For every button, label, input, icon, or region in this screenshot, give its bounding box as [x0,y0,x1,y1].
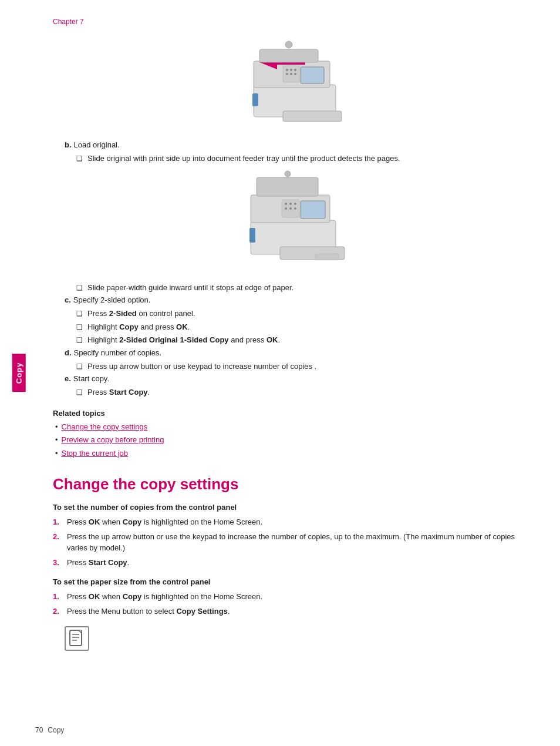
printer-svg-2 [224,170,353,270]
related-topic-1[interactable]: Change the copy settings [55,421,525,433]
svg-point-10 [294,73,296,75]
procedure-1-step-3: 3. Press Start Copy. [53,557,525,569]
step-c-title: Specify 2-sided option. [73,295,151,304]
svg-point-23 [294,203,296,205]
related-topic-link-2[interactable]: Preview a copy before printing [62,434,164,446]
step-b2-bullet-1: Slide paper-width guide inward until it … [76,282,525,294]
svg-point-9 [290,73,292,75]
step-num-p2-2: 2. [53,606,65,617]
svg-point-21 [285,203,287,205]
step-c-label: c. [65,295,71,304]
section-heading: Change the copy settings [53,475,525,493]
procedure-1: To set the number of copies from the con… [53,503,525,568]
svg-point-6 [290,69,292,71]
step-d-bullet-text: Press up arrow button or use keypad to i… [87,361,316,372]
step-d-label: d. [65,348,72,357]
procedure-1-steps: 1. Press OK when Copy is highlighted on … [53,516,525,568]
printer-illustration-2 [53,170,525,270]
step-b: b. Load original. [65,140,525,149]
step-b2-bullet-text: Slide paper-width guide inward until it … [87,282,294,294]
step-c-bullet-text-3: Highlight 2-Sided Original 1-Sided Copy … [87,334,280,346]
step-e-bullets: Press Start Copy. [76,387,525,398]
related-topic-link-1[interactable]: Change the copy settings [62,421,148,433]
step-c-bullet-2: Highlight Copy and press OK. [76,321,525,333]
footer-section: Copy [48,726,64,734]
procedure-2-step-1: 1. Press OK when Copy is highlighted on … [53,591,525,603]
step-num-1: 1. [53,516,65,528]
svg-point-25 [289,207,292,210]
procedure-2-steps: 1. Press OK when Copy is highlighted on … [53,591,525,617]
step-b2-container: Slide paper-width guide inward until it … [65,282,525,398]
procedure-1-step-3-text: Press Start Copy. [67,557,129,569]
step-b-bullets: Slide original with print side up into d… [76,153,525,164]
related-topics-title: Related topics [53,409,525,418]
printer-illustration-1 [53,38,525,129]
step-c-bullets: Press 2-Sided on control panel. Highligh… [76,308,525,346]
svg-rect-1 [283,111,342,122]
note-svg [68,630,86,647]
step-e-bullet-text: Press Start Copy. [87,387,150,398]
page-footer: 70 Copy [35,726,64,734]
svg-point-8 [286,73,288,75]
step-num-p2-1: 1. [53,591,65,603]
procedure-1-step-2: 2. Press the up arrow button or use the … [53,531,525,554]
related-topics-list: Change the copy settings Preview a copy … [55,421,525,459]
svg-rect-14 [259,49,318,62]
procedure-1-title: To set the number of copies from the con… [53,503,525,512]
step-e: e. Start copy. [65,374,525,383]
svg-rect-11 [252,93,258,106]
svg-point-15 [285,41,292,48]
step-c: c. Specify 2-sided option. [65,295,525,304]
side-tab: Copy [12,354,26,392]
note-icon [65,626,89,651]
svg-point-26 [294,207,296,210]
svg-point-22 [289,203,292,205]
step-c-bullet-text-2: Highlight Copy and press OK. [87,321,190,333]
related-topic-3[interactable]: Stop the current job [55,448,525,459]
step-d-bullet-1: Press up arrow button or use keypad to i… [76,361,525,372]
chapter-label: Chapter 7 [53,18,525,26]
step-d: d. Specify number of copies. [65,348,525,357]
svg-point-5 [286,69,288,71]
step-b-title: Load original. [74,140,120,149]
svg-rect-27 [249,228,255,243]
step-e-bullet-1: Press Start Copy. [76,387,525,398]
step-d-bullets: Press up arrow button or use keypad to i… [76,361,525,372]
related-topic-link-3[interactable]: Stop the current job [62,448,128,459]
procedure-1-step-1-text: Press OK when Copy is highlighted on the… [67,516,262,528]
step-b-label: b. [65,140,72,149]
step-c-bullet-3: Highlight 2-Sided Original 1-Sided Copy … [76,334,525,346]
step-num-3: 3. [53,557,65,569]
related-topics: Related topics Change the copy settings … [53,409,525,459]
procedure-2-step-1-text: Press OK when Copy is highlighted on the… [67,591,262,603]
procedure-2-title: To set the paper size from the control p… [53,577,525,586]
footer-page-number: 70 [35,726,43,734]
svg-rect-30 [257,177,318,196]
step-c-bullet-text-1: Press 2-Sided on control panel. [87,308,195,320]
related-topic-2[interactable]: Preview a copy before printing [55,434,525,446]
procedure-1-step-1: 1. Press OK when Copy is highlighted on … [53,516,525,528]
step-d-title: Specify number of copies. [74,348,162,357]
procedure-1-step-2-text: Press the up arrow button or use the key… [67,531,525,554]
svg-rect-19 [301,201,325,219]
procedure-2-step-2: 2. Press the Menu button to select Copy … [53,606,525,617]
step-b-container: b. Load original. Slide original with pr… [65,140,525,164]
printer-svg-1 [224,38,353,129]
svg-rect-33 [70,630,82,646]
step-b2-bullets: Slide paper-width guide inward until it … [76,282,525,294]
svg-point-31 [285,171,291,177]
step-b-bullet-1: Slide original with print side up into d… [76,153,525,164]
step-e-label: e. [65,374,71,383]
step-c-bullet-1: Press 2-Sided on control panel. [76,308,525,320]
svg-point-7 [294,69,296,71]
step-num-2: 2. [53,531,65,543]
procedure-2-step-2-text: Press the Menu button to select Copy Set… [67,606,230,617]
svg-point-24 [285,207,287,210]
svg-rect-3 [301,67,324,83]
procedure-2: To set the paper size from the control p… [53,577,525,617]
step-b-bullet-text-1: Slide original with print side up into d… [87,153,400,164]
svg-rect-32 [315,254,339,260]
step-e-title: Start copy. [73,374,109,383]
